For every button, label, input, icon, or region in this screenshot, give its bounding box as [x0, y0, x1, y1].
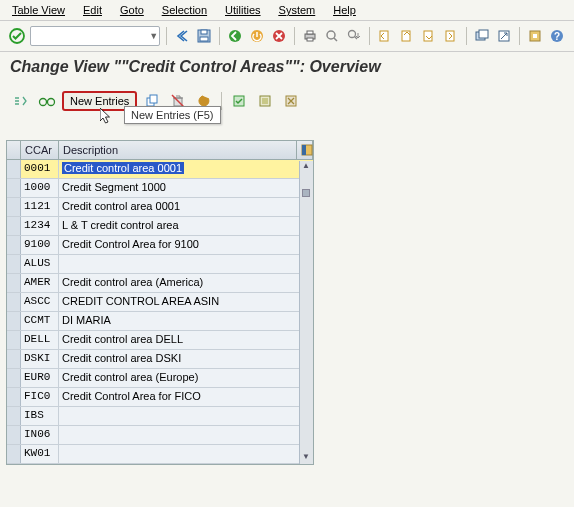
- row-selector[interactable]: [7, 179, 21, 197]
- cell-description[interactable]: Credit control area DELL: [59, 331, 313, 349]
- table-row[interactable]: ASCCCREDIT CONTROL AREA ASIN: [7, 293, 313, 312]
- cell-description[interactable]: [59, 407, 313, 425]
- cell-description[interactable]: Credit control area (Europe): [59, 369, 313, 387]
- cell-description[interactable]: Credit control area 0001: [59, 198, 313, 216]
- cell-ccar[interactable]: 9100: [21, 236, 59, 254]
- menu-system[interactable]: System: [279, 4, 316, 16]
- new-session-icon[interactable]: [473, 25, 491, 47]
- row-selector[interactable]: [7, 369, 21, 387]
- cell-ccar[interactable]: DELL: [21, 331, 59, 349]
- cell-description[interactable]: Credit Control Area for 9100: [59, 236, 313, 254]
- cell-ccar[interactable]: DSKI: [21, 350, 59, 368]
- cell-ccar[interactable]: CCMT: [21, 312, 59, 330]
- find-next-icon[interactable]: [345, 25, 363, 47]
- table-row[interactable]: CCMTDI MARIA: [7, 312, 313, 331]
- menu-utilities[interactable]: Utilities: [225, 4, 260, 16]
- save-icon[interactable]: [195, 25, 213, 47]
- row-selector[interactable]: [7, 388, 21, 406]
- table-config-icon[interactable]: [297, 141, 313, 159]
- table-row[interactable]: 0001Credit control area 0001: [7, 160, 313, 179]
- row-selector[interactable]: [7, 236, 21, 254]
- menu-edit[interactable]: Edit: [83, 4, 102, 16]
- cell-ccar[interactable]: FIC0: [21, 388, 59, 406]
- row-selector[interactable]: [7, 312, 21, 330]
- table-row[interactable]: 1000Credit Segment 1000: [7, 179, 313, 198]
- back-icon[interactable]: [173, 25, 191, 47]
- cell-ccar[interactable]: AMER: [21, 274, 59, 292]
- cell-description[interactable]: [59, 426, 313, 444]
- table-row[interactable]: FIC0Credit Control Area for FICO: [7, 388, 313, 407]
- cell-description[interactable]: [59, 445, 313, 463]
- cell-ccar[interactable]: IN06: [21, 426, 59, 444]
- scrollbar[interactable]: ▲ ▼: [299, 161, 313, 464]
- cell-description[interactable]: Credit control area DSKI: [59, 350, 313, 368]
- row-selector[interactable]: [7, 445, 21, 463]
- table-row[interactable]: DELLCredit control area DELL: [7, 331, 313, 350]
- row-selector[interactable]: [7, 426, 21, 444]
- glasses-icon[interactable]: [36, 90, 58, 112]
- select-block-icon[interactable]: [254, 90, 276, 112]
- cell-description[interactable]: Credit control area 0001: [59, 160, 313, 178]
- cell-ccar[interactable]: IBS: [21, 407, 59, 425]
- menu-goto[interactable]: Goto: [120, 4, 144, 16]
- row-selector[interactable]: [7, 160, 21, 178]
- table-row[interactable]: ALUS: [7, 255, 313, 274]
- select-all-icon[interactable]: [228, 90, 250, 112]
- cell-ccar[interactable]: 1000: [21, 179, 59, 197]
- table-row[interactable]: 1234L & T credit control area: [7, 217, 313, 236]
- table-row[interactable]: KW01: [7, 445, 313, 464]
- cell-ccar[interactable]: 1121: [21, 198, 59, 216]
- cell-description[interactable]: Credit Segment 1000: [59, 179, 313, 197]
- cell-description[interactable]: L & T credit control area: [59, 217, 313, 235]
- first-page-icon[interactable]: [376, 25, 394, 47]
- shortcut-icon[interactable]: [495, 25, 513, 47]
- exit-icon[interactable]: [248, 25, 266, 47]
- row-selector[interactable]: [7, 350, 21, 368]
- cell-description[interactable]: Credit control area (America): [59, 274, 313, 292]
- row-selector[interactable]: [7, 293, 21, 311]
- table-row[interactable]: IBS: [7, 407, 313, 426]
- last-page-icon[interactable]: [442, 25, 460, 47]
- cell-description[interactable]: CREDIT CONTROL AREA ASIN: [59, 293, 313, 311]
- row-selector[interactable]: [7, 331, 21, 349]
- ok-icon[interactable]: [8, 25, 26, 47]
- menu-table-view[interactable]: Table View: [12, 4, 65, 16]
- cancel-icon[interactable]: [270, 25, 288, 47]
- row-selector[interactable]: [7, 407, 21, 425]
- back-green-icon[interactable]: [226, 25, 244, 47]
- table-row[interactable]: IN06: [7, 426, 313, 445]
- cell-ccar[interactable]: ALUS: [21, 255, 59, 273]
- command-field[interactable]: [30, 26, 160, 46]
- prev-page-icon[interactable]: [398, 25, 416, 47]
- col-description[interactable]: Description: [59, 141, 297, 159]
- cell-ccar[interactable]: 1234: [21, 217, 59, 235]
- row-selector[interactable]: [7, 274, 21, 292]
- scroll-down-icon[interactable]: ▼: [300, 452, 312, 464]
- deselect-all-icon[interactable]: [280, 90, 302, 112]
- row-selector[interactable]: [7, 217, 21, 235]
- table-row[interactable]: 1121Credit control area 0001: [7, 198, 313, 217]
- help-icon[interactable]: ?: [548, 25, 566, 47]
- next-page-icon[interactable]: [420, 25, 438, 47]
- cell-ccar[interactable]: EUR0: [21, 369, 59, 387]
- col-ccar[interactable]: CCAr: [21, 141, 59, 159]
- table-row[interactable]: 9100Credit Control Area for 9100: [7, 236, 313, 255]
- row-selector[interactable]: [7, 198, 21, 216]
- settings-icon[interactable]: [526, 25, 544, 47]
- table-row[interactable]: DSKICredit control area DSKI: [7, 350, 313, 369]
- table-row[interactable]: AMERCredit control area (America): [7, 274, 313, 293]
- row-selector[interactable]: [7, 255, 21, 273]
- print-icon[interactable]: [301, 25, 319, 47]
- scroll-thumb[interactable]: [302, 189, 310, 197]
- find-icon[interactable]: [323, 25, 341, 47]
- col-select[interactable]: [7, 141, 21, 159]
- cell-ccar[interactable]: KW01: [21, 445, 59, 463]
- menu-help[interactable]: Help: [333, 4, 356, 16]
- cell-ccar[interactable]: ASCC: [21, 293, 59, 311]
- scroll-up-icon[interactable]: ▲: [300, 161, 312, 173]
- expand-icon[interactable]: [10, 90, 32, 112]
- cell-description[interactable]: [59, 255, 313, 273]
- cell-description[interactable]: DI MARIA: [59, 312, 313, 330]
- table-row[interactable]: EUR0Credit control area (Europe): [7, 369, 313, 388]
- cell-description[interactable]: Credit Control Area for FICO: [59, 388, 313, 406]
